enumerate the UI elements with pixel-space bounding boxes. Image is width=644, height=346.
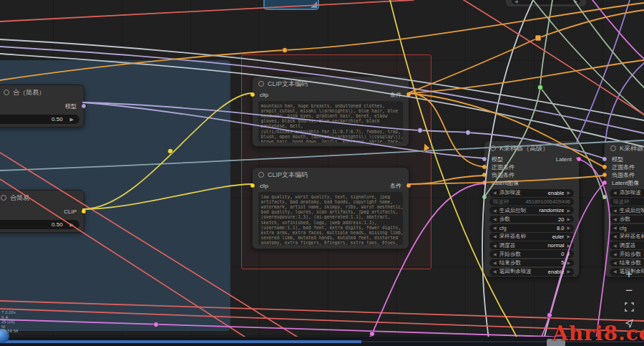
conditioning-output-slot[interactable] xyxy=(406,183,411,188)
left-arrow-icon[interactable]: ◀ xyxy=(613,234,617,239)
wire-conditioning xyxy=(408,10,644,93)
right-arrow-icon[interactable]: ▶ xyxy=(70,117,74,122)
node-top-right-partial[interactable]: ◀ ▶ xyxy=(505,0,587,7)
model-input-slot[interactable] xyxy=(482,156,487,162)
node-titlebar[interactable]: K采样器（高级） xyxy=(605,141,644,154)
right-arrow-icon[interactable]: ▶ xyxy=(70,222,74,228)
node-ksampler-advanced-2[interactable]: K采样器（高级） 模型 正面条件 负面条件 Latent图像 ◀添加噪波enab… xyxy=(604,140,644,277)
widget-steps[interactable]: ◀步数20▶ xyxy=(610,216,644,224)
left-arrow-icon[interactable]: ◀ xyxy=(493,269,497,274)
widget-return-leftover-noise[interactable]: ◀返回剩余噪波enable▶ xyxy=(489,268,574,276)
resize-handle-icon[interactable] xyxy=(311,1,317,8)
widget-sampler-name[interactable]: ◀采样器名称euler▶ xyxy=(489,233,574,241)
node-merge-clip[interactable]: 合简易 CLIP 0.50 ▶ xyxy=(0,190,84,233)
left-arrow-icon[interactable]: ◀ xyxy=(613,208,617,213)
widget-cfg[interactable]: ◀cfg8.0▶ xyxy=(489,224,574,232)
collapsed-node-top[interactable] xyxy=(263,0,319,10)
widget-sampler-name[interactable]: ◀采样器名称euler▶ xyxy=(610,233,644,241)
positive-input-slot[interactable] xyxy=(602,164,608,170)
left-arrow-icon[interactable]: ◀ xyxy=(493,226,497,230)
prompt-textarea[interactable]: low quality, worst quality, text, signat… xyxy=(258,192,403,245)
widget-end-step[interactable]: ◀结束步数5▶ xyxy=(610,259,644,267)
widget-noise-seed[interactable]: 噪波种451891096409496 xyxy=(610,198,644,206)
widget-add-noise[interactable]: ◀添加噪波enable▶ xyxy=(610,189,644,197)
ratio-slider[interactable]: 0.50 ▶ xyxy=(0,220,79,229)
left-arrow-icon[interactable]: ◀ xyxy=(493,261,497,265)
left-arrow-icon[interactable]: ◀ xyxy=(493,252,497,256)
widget-scheduler[interactable]: ◀调度器normal▶ xyxy=(610,241,644,249)
node-editor-canvas[interactable]: ◀ ▶ 合（简易） 模型 0.50 ▶ 合简易 CLIP 0.50 ▶ xyxy=(0,0,644,346)
zoom-in-button[interactable]: + xyxy=(623,268,635,279)
left-arrow-icon[interactable]: ◀ xyxy=(613,244,617,248)
zoom-out-button[interactable]: − xyxy=(623,284,635,296)
widget-scheduler[interactable]: ◀调度器normal▶ xyxy=(489,241,574,249)
collapse-icon[interactable] xyxy=(4,90,9,95)
noise-seed-input-slot[interactable] xyxy=(602,194,608,200)
negative-input-slot[interactable] xyxy=(482,172,487,178)
latent-input-slot[interactable] xyxy=(602,180,608,186)
node-titlebar[interactable]: CLIP文本编码 xyxy=(253,168,409,181)
node-titlebar[interactable]: 合（简易） xyxy=(0,85,84,98)
negative-input-slot[interactable] xyxy=(602,172,608,178)
right-arrow-icon[interactable]: ▶ xyxy=(567,269,570,274)
right-arrow-icon[interactable]: ▶ xyxy=(567,226,570,230)
video-progress-filled[interactable] xyxy=(0,340,361,343)
left-arrow-icon[interactable]: ◀ xyxy=(613,191,617,195)
left-arrow-icon[interactable]: ◀ xyxy=(613,252,617,256)
right-arrow-icon[interactable]: ▶ xyxy=(574,0,577,4)
widget-control-after-generate[interactable]: ◀生成后控制randomize▶ xyxy=(489,206,574,214)
node-clip-encode-negative[interactable]: CLIP文本编码 clip 条件 low quality, worst qual… xyxy=(252,167,409,249)
node-ksampler-advanced-1[interactable]: K采样器（高级） 模型 Latent 正面条件 负面条件 Latent图像 ◀添… xyxy=(484,140,580,277)
latent-output-slot[interactable] xyxy=(576,156,582,162)
left-arrow-icon[interactable]: ◀ xyxy=(493,191,497,195)
right-arrow-icon[interactable]: ▶ xyxy=(567,252,570,256)
widget-start-step[interactable]: ◀开始步数0▶ xyxy=(610,250,644,258)
clip-input-slot[interactable] xyxy=(250,183,255,188)
widget-noise-seed[interactable]: 噪波种451891096409496 xyxy=(489,198,574,206)
widget-control-after-generate[interactable]: ◀生成后控制randomize▶ xyxy=(610,206,644,214)
fit-view-button[interactable] xyxy=(623,301,635,312)
noise-seed-input-slot[interactable] xyxy=(482,194,487,200)
conditioning-output-slot[interactable] xyxy=(406,92,411,97)
collapse-icon[interactable] xyxy=(258,172,264,178)
node-titlebar[interactable]: 合简易 xyxy=(0,191,84,203)
left-arrow-icon[interactable]: ◀ xyxy=(493,234,497,239)
node-merge-model[interactable]: 合（简易） 模型 0.50 ▶ xyxy=(0,85,84,128)
clip-input-slot[interactable] xyxy=(250,92,255,97)
right-arrow-icon[interactable]: ▶ xyxy=(567,234,570,239)
collapse-icon[interactable] xyxy=(258,81,264,87)
node-clip-encode-positive[interactable]: CLIP文本编码 clip 条件 mountain han, huge brea… xyxy=(252,76,409,147)
left-arrow-icon[interactable]: ◀ xyxy=(493,217,497,221)
ratio-slider[interactable]: 0.50 ▶ xyxy=(0,115,79,124)
right-arrow-icon[interactable]: ▶ xyxy=(567,244,570,248)
collapse-icon[interactable] xyxy=(610,145,616,151)
right-arrow-icon[interactable]: ▶ xyxy=(567,217,570,221)
widget-add-noise[interactable]: ◀添加噪波enable▶ xyxy=(489,189,574,197)
positive-input-slot[interactable] xyxy=(482,164,487,170)
widget-cfg[interactable]: ◀cfg8.0▶ xyxy=(610,224,644,232)
collapse-icon[interactable] xyxy=(1,195,6,201)
node-titlebar[interactable]: CLIP文本编码 xyxy=(253,77,409,90)
widget-partial[interactable]: ◀ ▶ xyxy=(512,0,580,4)
widget-steps[interactable]: ◀步数20▶ xyxy=(489,216,574,224)
model-input-slot[interactable] xyxy=(602,156,608,162)
clip-output-slot[interactable] xyxy=(81,208,87,214)
prompt-textarea[interactable]: mountain han, huge breasts, unbuttoned c… xyxy=(258,101,403,143)
left-arrow-icon[interactable]: ◀ xyxy=(613,269,617,274)
right-arrow-icon[interactable]: ▶ xyxy=(567,191,570,195)
right-arrow-icon[interactable]: ▶ xyxy=(567,208,570,213)
left-arrow-icon[interactable]: ◀ xyxy=(613,226,617,230)
collapse-icon[interactable] xyxy=(490,145,496,151)
left-arrow-icon[interactable]: ◀ xyxy=(613,261,617,265)
latent-input-slot[interactable] xyxy=(482,180,487,186)
left-arrow-icon[interactable]: ◀ xyxy=(514,0,518,4)
left-arrow-icon[interactable]: ◀ xyxy=(613,217,617,221)
model-output-slot[interactable] xyxy=(81,103,87,109)
node-titlebar[interactable]: K采样器（高级） xyxy=(484,141,579,154)
left-arrow-icon[interactable]: ◀ xyxy=(493,244,497,248)
canvas-toolbar[interactable]: + − xyxy=(620,268,638,329)
widget-end-step[interactable]: ◀结束步数5▶ xyxy=(489,259,574,267)
left-arrow-icon[interactable]: ◀ xyxy=(493,208,497,213)
right-arrow-icon[interactable]: ▶ xyxy=(567,261,570,265)
widget-start-step[interactable]: ◀开始步数0▶ xyxy=(489,250,574,258)
